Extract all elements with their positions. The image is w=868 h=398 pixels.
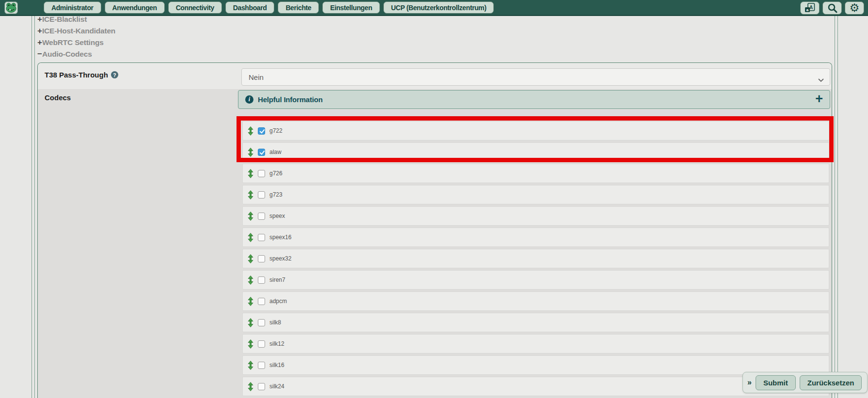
drag-handle-icon[interactable] (248, 297, 253, 306)
nav-menu-button[interactable]: Connectivity (168, 1, 222, 14)
nav-menu-button[interactable]: Einstellungen (322, 1, 380, 14)
codec-checkbox[interactable] (258, 213, 265, 220)
codec-checkbox[interactable] (258, 149, 265, 156)
reset-button[interactable]: Zurücksetzen (800, 375, 862, 390)
codec-checkbox[interactable] (258, 319, 265, 326)
codec-name: speex (269, 213, 285, 219)
t38-passthrough-row: T38 Pass-Through ? Nein (38, 63, 832, 89)
codec-checkbox[interactable] (258, 362, 265, 369)
nav-menu-button[interactable]: Administrator (44, 1, 101, 14)
codec-row: speex (242, 206, 829, 226)
expand-collapse-icon: + (37, 38, 42, 47)
toolbar-expand-button[interactable]: » (747, 378, 752, 387)
t38-label-text: T38 Pass-Through (45, 71, 108, 79)
codec-checkbox[interactable] (258, 298, 265, 305)
container-border-left-inner (34, 16, 35, 398)
t38-passthrough-label: T38 Pass-Through ? (45, 71, 118, 79)
codec-name: g722 (269, 127, 283, 134)
codec-name: silk16 (269, 362, 284, 368)
codec-row: silk8 (242, 313, 829, 332)
codec-checkbox[interactable] (258, 127, 265, 135)
codec-name: silk8 (269, 319, 281, 326)
codec-name: silk12 (269, 340, 284, 347)
drag-handle-icon[interactable] (248, 148, 253, 157)
section-title: Audio-Codecs (42, 50, 92, 58)
t38-passthrough-select[interactable]: Nein (241, 68, 830, 86)
container-border-right-outer (837, 16, 838, 398)
codec-checkbox[interactable] (258, 340, 265, 348)
help-icon[interactable]: ? (111, 71, 118, 78)
section-header[interactable]: +WebRTC Settings (37, 37, 115, 48)
codec-row: silk24 (242, 377, 829, 396)
top-navbar: AdministratorAnwendungenConnectivityDash… (0, 0, 868, 16)
drag-handle-icon[interactable] (248, 276, 253, 285)
drag-handle-icon[interactable] (248, 254, 253, 263)
svg-text:a: a (806, 8, 809, 12)
container-border-right-inner (835, 16, 835, 398)
codec-row: g722 (242, 121, 829, 140)
codec-name: speex16 (269, 234, 291, 241)
codec-checkbox[interactable] (258, 276, 265, 284)
t38-selected-value: Nein (249, 73, 264, 81)
expand-collapse-icon: − (37, 49, 42, 59)
codecs-row: Codecs i Helpful Information + g722 (38, 89, 832, 398)
svg-text:A: A (809, 5, 813, 10)
codec-row: speex16 (242, 228, 829, 247)
translate-icon: A a (805, 3, 815, 13)
info-icon: i (245, 95, 253, 104)
section-title: ICE-Host-Kandidaten (42, 27, 115, 35)
gear-icon: ⚙ (850, 2, 860, 14)
section-header[interactable]: −Audio-Codecs (37, 48, 115, 60)
frog-icon (5, 2, 17, 13)
language-button[interactable]: A a (800, 1, 820, 15)
codecs-label-text: Codecs (45, 93, 71, 102)
codec-row: adpcm (242, 291, 829, 311)
search-button[interactable] (822, 1, 842, 15)
drag-handle-icon[interactable] (248, 339, 253, 349)
settings-section-list: +ICE-Blacklist +ICE-Host-Kandidaten +Web… (37, 14, 115, 60)
section-title: WebRTC Settings (42, 38, 104, 46)
drag-handle-icon[interactable] (248, 361, 253, 370)
drag-handle-icon[interactable] (248, 318, 253, 327)
nav-menu-button[interactable]: Anwendungen (105, 1, 165, 14)
codec-row: alaw (242, 142, 829, 162)
drag-handle-icon[interactable] (248, 169, 253, 178)
banner-expand-button[interactable]: + (815, 92, 823, 107)
drag-handle-icon[interactable] (248, 233, 253, 242)
submit-button[interactable]: Submit (756, 375, 796, 390)
search-icon (827, 3, 837, 13)
codec-checkbox[interactable] (258, 170, 265, 177)
codec-name: g723 (269, 191, 283, 198)
codec-checkbox[interactable] (258, 234, 265, 241)
codec-row: g726 (242, 164, 829, 183)
banner-title: Helpful Information (258, 95, 323, 104)
action-toolbar: » Submit Zurücksetzen (742, 372, 868, 393)
codec-checkbox[interactable] (258, 255, 265, 262)
codec-name: siren7 (269, 276, 285, 283)
nav-menu-button[interactable]: Berichte (278, 1, 319, 14)
codec-row: speex32 (242, 249, 829, 268)
section-title: ICE-Blacklist (42, 15, 87, 23)
settings-button[interactable]: ⚙ (845, 1, 864, 15)
codecs-label: Codecs (45, 93, 71, 102)
codec-row: g723 (242, 185, 829, 204)
section-header[interactable]: +ICE-Host-Kandidaten (37, 25, 115, 37)
codec-name: silk24 (269, 383, 284, 390)
codec-name: speex32 (269, 255, 291, 262)
drag-handle-icon[interactable] (248, 126, 253, 136)
helpful-information-banner[interactable]: i Helpful Information + (238, 90, 830, 109)
drag-handle-icon[interactable] (248, 382, 253, 391)
main-nav: AdministratorAnwendungenConnectivityDash… (44, 1, 494, 14)
nav-menu-button[interactable]: Dashboard (225, 1, 275, 14)
audio-codecs-panel: T38 Pass-Through ? Nein Codecs i Helpful… (37, 62, 832, 398)
drag-handle-icon[interactable] (248, 212, 253, 221)
expand-collapse-icon: + (37, 26, 42, 35)
drag-handle-icon[interactable] (248, 190, 253, 199)
codec-checkbox[interactable] (258, 383, 265, 390)
codec-row: silk12 (242, 334, 829, 353)
codec-checkbox[interactable] (258, 191, 265, 199)
codec-name: g726 (269, 170, 283, 177)
chevron-down-icon (818, 76, 824, 84)
pbx-frog-logo[interactable] (4, 1, 18, 14)
nav-menu-button[interactable]: UCP (Benutzerkontrollzentrum) (383, 1, 494, 14)
